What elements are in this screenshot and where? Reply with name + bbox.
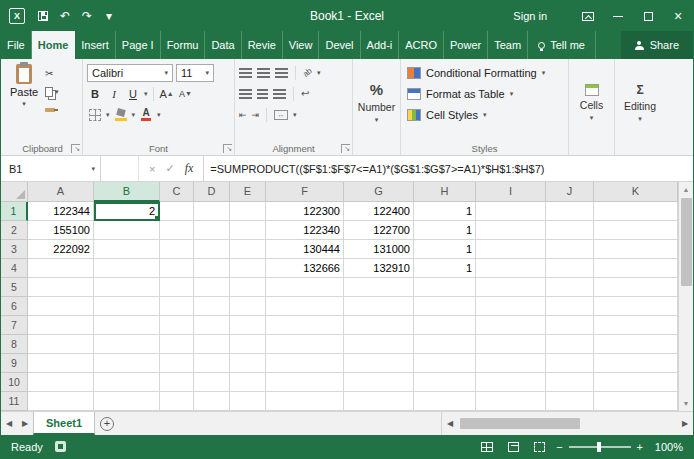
tell-me-button[interactable]: Tell me xyxy=(528,31,596,59)
cell-H4[interactable]: 1 xyxy=(414,259,476,278)
cell-C11[interactable] xyxy=(160,392,194,411)
align-center-icon[interactable] xyxy=(257,89,268,99)
maximize-button[interactable] xyxy=(633,1,663,31)
tab-revie[interactable]: Revie xyxy=(242,31,283,59)
cell-D1[interactable] xyxy=(194,202,230,221)
column-header-E[interactable]: E xyxy=(230,182,266,202)
column-header-H[interactable]: H xyxy=(414,182,476,202)
cell-C3[interactable] xyxy=(160,240,194,259)
cell-B2[interactable] xyxy=(94,221,160,240)
page-break-view-button[interactable] xyxy=(530,440,548,454)
cell-C9[interactable] xyxy=(160,354,194,373)
cell-I6[interactable] xyxy=(476,297,546,316)
save-button[interactable] xyxy=(33,6,53,26)
font-color-button[interactable]: A xyxy=(138,107,154,123)
cell-A2[interactable]: 155100 xyxy=(28,221,94,240)
sign-in-link[interactable]: Sign in xyxy=(513,10,547,22)
wrap-text-button[interactable]: ↩ xyxy=(301,88,309,99)
name-box-dropdown-icon[interactable]: ▾ xyxy=(91,165,95,172)
align-right-icon[interactable] xyxy=(273,89,286,99)
cell-G9[interactable] xyxy=(344,354,414,373)
cell-A1[interactable]: 122344 xyxy=(28,202,94,221)
format-painter-button[interactable] xyxy=(45,102,59,117)
column-header-F[interactable]: F xyxy=(266,182,344,202)
row-header-4[interactable]: 4 xyxy=(1,259,28,278)
column-header-K[interactable]: K xyxy=(594,182,678,202)
fill-handle[interactable] xyxy=(154,215,159,220)
cell-K2[interactable] xyxy=(594,221,678,240)
vertical-scrollbar[interactable]: ▲ ▼ xyxy=(678,182,693,411)
tab-page-i[interactable]: Page I xyxy=(116,31,161,59)
formula-input[interactable]: =SUMPRODUCT(($F$1:$F$7<=A1)*($G$1:$G$7>=… xyxy=(204,156,693,181)
cell-B9[interactable] xyxy=(94,354,160,373)
share-button[interactable]: Share xyxy=(621,31,693,59)
cell-G1[interactable]: 122400 xyxy=(344,202,414,221)
cell-H6[interactable] xyxy=(414,297,476,316)
italic-button[interactable]: I xyxy=(106,86,122,102)
row-header-5[interactable]: 5 xyxy=(1,278,28,297)
zoom-slider[interactable]: − + xyxy=(556,441,643,453)
cell-E2[interactable] xyxy=(230,221,266,240)
row-header-8[interactable]: 8 xyxy=(1,335,28,354)
cell-H11[interactable] xyxy=(414,392,476,411)
cell-G6[interactable] xyxy=(344,297,414,316)
cell-C8[interactable] xyxy=(160,335,194,354)
column-header-I[interactable]: I xyxy=(476,182,546,202)
cell-J9[interactable] xyxy=(546,354,594,373)
paste-button[interactable]: Paste ▾ xyxy=(7,62,41,117)
styles-item-conditional-formatting[interactable]: Conditional Formatting▾ xyxy=(405,62,564,83)
tab-team[interactable]: Team xyxy=(488,31,528,59)
cell-C5[interactable] xyxy=(160,278,194,297)
cell-J6[interactable] xyxy=(546,297,594,316)
cell-F4[interactable]: 132666 xyxy=(266,259,344,278)
cell-D4[interactable] xyxy=(194,259,230,278)
tab-power[interactable]: Power xyxy=(444,31,488,59)
zoom-out-button[interactable]: − xyxy=(556,441,562,453)
row-header-7[interactable]: 7 xyxy=(1,316,28,335)
cell-J11[interactable] xyxy=(546,392,594,411)
cell-B11[interactable] xyxy=(94,392,160,411)
cell-A4[interactable] xyxy=(28,259,94,278)
cell-K4[interactable] xyxy=(594,259,678,278)
tab-insert[interactable]: Insert xyxy=(75,31,116,59)
cell-E10[interactable] xyxy=(230,373,266,392)
merge-center-button[interactable]: ↔ xyxy=(274,110,288,120)
cell-F7[interactable] xyxy=(266,316,344,335)
styles-item-cell-styles[interactable]: Cell Styles▾ xyxy=(405,104,564,125)
customize-qat-button[interactable]: ▾ xyxy=(99,6,119,26)
cell-G7[interactable] xyxy=(344,316,414,335)
tab-view[interactable]: View xyxy=(283,31,320,59)
horizontal-scrollbar[interactable]: ◀ ▶ xyxy=(441,412,693,435)
row-header-11[interactable]: 11 xyxy=(1,392,28,411)
hscroll-right-icon[interactable]: ▶ xyxy=(677,419,693,428)
cell-E3[interactable] xyxy=(230,240,266,259)
zoom-track[interactable] xyxy=(569,446,631,448)
row-header-1[interactable]: 1 xyxy=(1,202,28,221)
tab-home[interactable]: Home xyxy=(32,31,76,59)
cell-I1[interactable] xyxy=(476,202,546,221)
cell-D6[interactable] xyxy=(194,297,230,316)
cell-D10[interactable] xyxy=(194,373,230,392)
hscroll-thumb[interactable] xyxy=(460,418,580,429)
row-header-6[interactable]: 6 xyxy=(1,297,28,316)
cell-A10[interactable] xyxy=(28,373,94,392)
cell-G5[interactable] xyxy=(344,278,414,297)
cell-E5[interactable] xyxy=(230,278,266,297)
cell-H10[interactable] xyxy=(414,373,476,392)
cell-D8[interactable] xyxy=(194,335,230,354)
zoom-level[interactable]: 100% xyxy=(651,441,683,453)
sheet-nav-left-icon[interactable]: ◀ xyxy=(1,412,17,435)
cell-F11[interactable] xyxy=(266,392,344,411)
cell-C1[interactable] xyxy=(160,202,194,221)
number-group-button[interactable]: % Number ▾ xyxy=(358,62,395,142)
cell-I5[interactable] xyxy=(476,278,546,297)
zoom-handle[interactable] xyxy=(597,442,601,452)
font-size-select[interactable]: 11 ▾ xyxy=(176,64,214,82)
cell-J2[interactable] xyxy=(546,221,594,240)
cell-K8[interactable] xyxy=(594,335,678,354)
font-name-select[interactable]: Calibri ▾ xyxy=(87,64,173,82)
cell-K11[interactable] xyxy=(594,392,678,411)
tab-file[interactable]: File xyxy=(1,31,32,59)
decrease-indent-button[interactable]: ⇤ xyxy=(239,110,247,120)
borders-dropdown-icon[interactable]: ▾ xyxy=(106,111,110,118)
